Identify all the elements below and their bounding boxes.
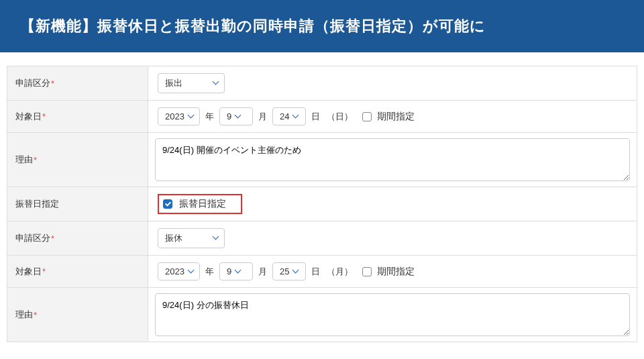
label-reason-2: 理由*: [7, 288, 148, 342]
value-target-date-1: 2023 年 9 月 24 日 （日） 期間指定: [148, 101, 637, 132]
select-year-1[interactable]: 2023: [158, 107, 200, 125]
label-application-type-2: 申請区分*: [7, 221, 148, 255]
value-application-type-1: 振出: [148, 66, 637, 100]
required-mark: *: [51, 79, 54, 89]
chevron-down-icon: [235, 114, 241, 119]
checkbox-period-1[interactable]: [362, 112, 372, 121]
weekday-2: （月）: [327, 266, 353, 278]
period-spec-label-2: 期間指定: [377, 266, 415, 278]
weekday-1: （日）: [327, 111, 353, 123]
day-suffix: 日: [311, 266, 320, 278]
chevron-down-icon: [213, 236, 219, 241]
row-application-type-1: 申請区分* 振出: [7, 66, 637, 101]
row-reason-1: 理由*: [7, 133, 637, 187]
value-reason-1: [148, 133, 637, 187]
row-application-type-2: 申請区分* 振休: [7, 221, 637, 256]
checkbox-period-2[interactable]: [362, 267, 372, 276]
value-application-type-2: 振休: [148, 221, 637, 255]
required-mark: *: [51, 234, 54, 244]
day-suffix: 日: [311, 111, 320, 123]
value-reason-2: [148, 288, 637, 342]
year-suffix: 年: [205, 111, 214, 123]
chevron-down-icon: [213, 81, 219, 86]
label-substitute-date: 振替日指定: [7, 187, 148, 221]
row-target-date-2: 対象日* 2023 年 9 月 25 日 （月）: [7, 256, 637, 288]
label-target-date-2: 対象日*: [7, 256, 148, 287]
page-title-banner: 【新機能】振替休日と振替出勤の同時申請（振替日指定）が可能に: [0, 0, 644, 52]
value-target-date-2: 2023 年 9 月 25 日 （月） 期間指定: [148, 256, 637, 287]
required-mark: *: [34, 155, 37, 165]
application-form: 申請区分* 振出 対象日* 2023 年 9: [7, 66, 637, 342]
textarea-reason-2[interactable]: [155, 293, 630, 336]
row-substitute-date: 振替日指定 振替日指定: [7, 187, 637, 221]
chevron-down-icon: [293, 114, 299, 119]
label-application-type-1: 申請区分*: [7, 66, 148, 100]
chevron-down-icon: [189, 269, 194, 274]
chevron-down-icon: [235, 269, 241, 274]
label-reason-1: 理由*: [7, 133, 148, 187]
required-mark: *: [34, 310, 37, 320]
select-month-1[interactable]: 9: [219, 107, 253, 125]
select-year-2[interactable]: 2023: [158, 262, 200, 280]
chevron-down-icon: [189, 114, 194, 119]
row-target-date-1: 対象日* 2023 年 9 月 24 日 （日）: [7, 101, 637, 133]
select-application-type-2[interactable]: 振休: [158, 228, 225, 248]
checkbox-substitute[interactable]: [163, 199, 172, 209]
period-spec-wrap-2: 期間指定: [362, 266, 415, 278]
page-title: 【新機能】振替休日と振替出勤の同時申請（振替日指定）が可能に: [20, 17, 486, 34]
month-suffix: 月: [258, 266, 267, 278]
textarea-reason-1[interactable]: [155, 138, 630, 181]
substitute-checkbox-label: 振替日指定: [179, 198, 226, 210]
select-month-2[interactable]: 9: [219, 262, 253, 280]
select-day-2[interactable]: 25: [272, 262, 306, 280]
select-application-type-1[interactable]: 振出: [158, 73, 225, 93]
period-spec-label-1: 期間指定: [377, 111, 415, 123]
required-mark: *: [42, 266, 46, 276]
year-suffix: 年: [205, 266, 214, 278]
row-reason-2: 理由*: [7, 288, 637, 342]
highlight-substitute: 振替日指定: [158, 194, 242, 214]
period-spec-wrap-1: 期間指定: [362, 111, 415, 123]
required-mark: *: [42, 111, 46, 121]
value-substitute-date: 振替日指定: [148, 187, 637, 221]
month-suffix: 月: [258, 111, 267, 123]
select-day-1[interactable]: 24: [272, 107, 306, 125]
form-container: 申請区分* 振出 対象日* 2023 年 9: [0, 52, 644, 349]
label-target-date-1: 対象日*: [7, 101, 148, 132]
chevron-down-icon: [293, 269, 299, 274]
